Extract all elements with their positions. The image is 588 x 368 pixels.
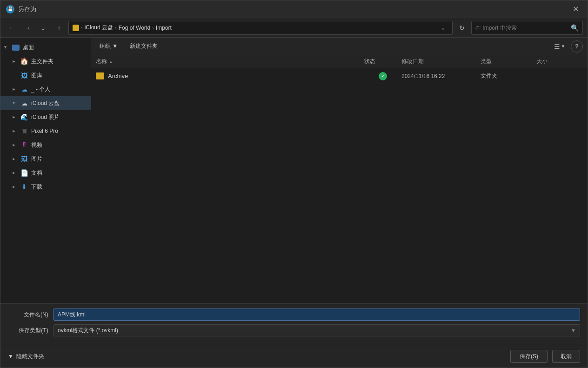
archive-folder-icon [96,72,104,79]
archive-date-cell: 2024/11/16 16:22 [401,73,481,79]
archive-date: 2024/11/16 16:22 [401,73,445,79]
address-segment-import: Import [156,25,172,31]
dropdown-button[interactable]: ⌄ [37,21,50,34]
filetype-label: 保存类型(T): [8,327,50,335]
sidebar-item-desktop[interactable]: ► 桌面 [0,40,91,54]
sidebar-item-icloud-photos[interactable]: ► 🌊 iCloud 照片 [0,110,91,124]
address-dropdown-button[interactable]: ⌄ [437,22,448,33]
sidebar-item-docs[interactable]: ► 📄 文档 [0,166,91,180]
sidebar-label-images: 图片 [31,155,42,163]
sidebar-label-desktop: 桌面 [23,44,34,52]
status-header-label: 状态 [364,58,401,66]
title-bar: 💾 另存为 ✕ [0,0,588,18]
nav-toolbar: ← → ⌄ ↑ › iCloud 云盘 › Fog of World › Imp… [0,18,588,38]
expand-arrow-icloud: ► [11,100,17,106]
back-button[interactable]: ← [5,21,18,34]
sidebar-item-video[interactable]: ► 🎖 视频 [0,138,91,152]
import-label: Import [156,25,172,31]
pixel-icon: ▣ [20,127,28,135]
bottom-form: 文件名(N): 保存类型(T): ovkml格式文件 (*.ovkml) ▼ [0,303,588,345]
expand-arrow-video: ► [11,142,17,148]
filetype-row: 保存类型(T): ovkml格式文件 (*.ovkml) ▼ [8,324,580,336]
up-button[interactable]: ↑ [53,21,66,34]
filetype-select[interactable]: ovkml格式文件 (*.ovkml) ▼ [53,324,580,336]
search-input[interactable] [475,25,568,31]
col-header-status[interactable]: 状态 [364,58,401,66]
expand-arrow-docs: ► [11,170,17,176]
sidebar-label-icloud: iCloud 云盘 [31,99,60,107]
file-list-header: 名称 ▲ 状态 修改日期 类型 大小 [91,55,588,68]
main-panel: 组织 ▼ 新建文件夹 ☰ ▼ ? 名称 [91,38,588,303]
forward-button[interactable]: → [21,21,34,34]
separator-1: › [81,25,83,31]
sidebar-label-icloud-photos: iCloud 照片 [31,113,60,121]
filename-input[interactable] [53,309,580,321]
sidebar-item-icloud[interactable]: ► ☁ iCloud 云盘 [0,96,91,110]
sidebar-item-downloads[interactable]: ► ⬇ 下载 [0,180,91,194]
chevron-down-icon: ▼ [8,353,13,360]
name-header-label: 名称 [96,58,107,66]
filetype-value: ovkml格式文件 (*.ovkml) [58,327,118,335]
photo-icon: 🖼 [20,71,28,79]
address-segment-icloud: iCloud 云盘 [85,24,113,32]
address-segment-root [73,25,79,31]
sidebar-label-docs: 文档 [31,169,42,177]
desktop-icon [12,43,20,52]
new-folder-button[interactable]: 新建文件夹 [126,40,161,52]
view-icon: ☰ [554,43,560,50]
filename-label: 文件名(N): [8,311,50,319]
sidebar-label-pixel: Pixel 6 Pro [31,128,58,134]
cancel-label: 取消 [561,353,572,360]
doc-icon: 📄 [20,169,28,177]
video-icon: 🎖 [20,141,28,149]
sidebar-label-library: 图库 [31,72,42,79]
table-row[interactable]: Archive ✓ 2024/11/16 16:22 文件夹 [91,68,588,84]
col-header-date[interactable]: 修改日期 [401,58,481,66]
sidebar-item-library[interactable]: 🖼 图库 [0,68,91,82]
sidebar-item-images[interactable]: ► 🖼 图片 [0,152,91,166]
organize-button[interactable]: 组织 ▼ [96,40,121,52]
address-segment-fogofworld: Fog of World [119,25,150,31]
filename-row: 文件名(N): [8,309,580,321]
view-button[interactable]: ☰ ▼ [553,40,566,53]
size-header-label: 大小 [536,58,583,66]
archive-type-cell: 文件夹 [481,72,536,80]
sidebar-item-home[interactable]: ► 🏠 主文件夹 [0,54,91,68]
refresh-button[interactable]: ↻ [455,21,468,34]
sidebar-label-personal: _ - 个人 [31,85,50,93]
sidebar-item-personal[interactable]: ► ☁ _ - 个人 [0,82,91,96]
type-header-label: 类型 [481,58,536,66]
sidebar-item-pixel[interactable]: ► ▣ Pixel 6 Pro [0,124,91,138]
hide-folders-toggle[interactable]: ▼ 隐藏文件夹 [8,353,44,361]
search-bar[interactable]: 🔍 [471,21,583,35]
expand-arrow-downloads: ► [11,184,17,190]
col-header-name[interactable]: 名称 ▲ [96,58,364,66]
expand-arrow-library [11,72,17,79]
icloud-photos-icon: 🌊 [20,113,28,121]
secondary-toolbar: 组织 ▼ 新建文件夹 ☰ ▼ ? [91,38,588,55]
icloud-drive-icon: ☁ [20,99,28,107]
cloud-icon-personal: ☁ [20,85,28,93]
image-icon: 🖼 [20,155,28,163]
sort-arrow-name: ▲ [109,59,113,64]
help-label: ? [575,43,579,50]
sidebar-label-video: 视频 [31,141,42,149]
new-folder-label: 新建文件夹 [130,43,158,49]
expand-arrow-images: ► [11,156,17,162]
save-label: 保存(S) [520,353,538,360]
close-button[interactable]: ✕ [569,3,582,16]
expand-arrow-desktop: ► [2,44,9,51]
address-bar[interactable]: › iCloud 云盘 › Fog of World › Import ⌄ [68,21,453,35]
save-button[interactable]: 保存(S) [510,350,548,363]
archive-status-cell: ✓ [364,72,401,80]
fogofworld-label: Fog of World [119,25,150,31]
app-icon: 💾 [6,5,14,13]
save-dialog: 💾 另存为 ✕ ← → ⌄ ↑ › iCloud 云盘 › Fog of Wor… [0,0,588,368]
folder-icon [73,25,79,31]
search-icon: 🔍 [571,24,579,32]
help-button[interactable]: ? [571,40,583,53]
archive-name: Archive [108,72,128,79]
col-header-size[interactable]: 大小 [536,58,583,66]
col-header-type[interactable]: 类型 [481,58,536,66]
cancel-button[interactable]: 取消 [552,350,580,363]
